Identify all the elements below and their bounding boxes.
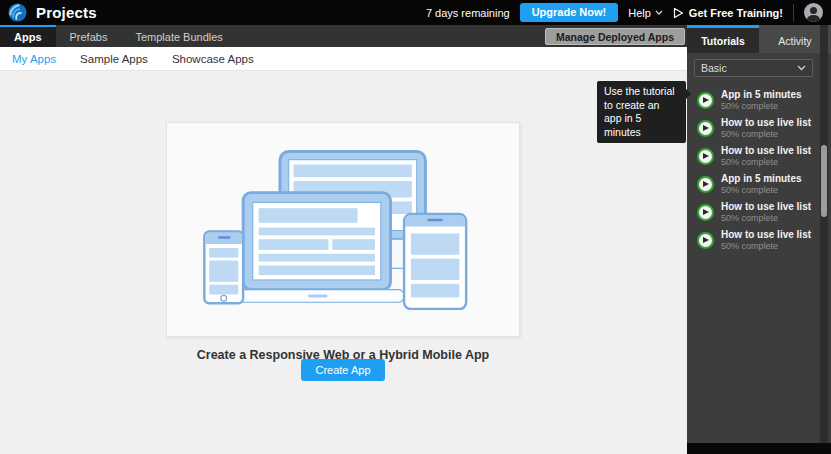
- tutorial-progress: 50% complete: [721, 185, 802, 196]
- tutorial-title: How to use live list: [721, 117, 811, 129]
- phone-illustration: [204, 231, 243, 303]
- tutorial-item[interactable]: How to use live list 50% complete: [687, 114, 831, 142]
- play-outline-icon: [673, 7, 684, 19]
- tutorial-level-select[interactable]: Basic: [694, 59, 813, 77]
- tablet-illustration: [404, 214, 466, 309]
- play-triangle: [703, 153, 709, 159]
- secondary-tabbar: My Apps Sample Apps Showcase Apps: [0, 47, 687, 71]
- play-circle-icon[interactable]: [697, 120, 714, 137]
- tutorial-title: App in 5 minutes: [721, 89, 802, 101]
- laptop-illustration: [230, 192, 405, 302]
- trial-remaining-text: 7 days remaining: [426, 7, 510, 19]
- upgrade-now-button[interactable]: Upgrade Now!: [520, 3, 619, 22]
- play-circle-icon[interactable]: [697, 148, 714, 165]
- tutorial-tooltip: Use the tutorial to create an app in 5 m…: [597, 81, 686, 143]
- tab-apps[interactable]: Apps: [0, 25, 56, 47]
- panel-scrollbar-thumb[interactable]: [821, 145, 827, 217]
- tutorial-item[interactable]: App in 5 minutes 50% complete: [687, 86, 831, 114]
- main-content: Create a Responsive Web or a Hybrid Mobi…: [0, 71, 687, 454]
- app-window: Projects 7 days remaining Upgrade Now! H…: [0, 0, 831, 454]
- tutorial-title: How to use live list: [721, 201, 811, 213]
- play-triangle: [703, 209, 709, 215]
- play-circle-icon[interactable]: [697, 176, 714, 193]
- tutorial-progress: 50% complete: [721, 213, 811, 224]
- wavemaker-logo-icon[interactable]: [8, 3, 27, 22]
- tutorial-list: App in 5 minutes 50% complete How to use…: [687, 82, 831, 258]
- play-triangle: [703, 181, 709, 187]
- tutorial-progress: 50% complete: [721, 101, 802, 112]
- tutorials-panel: Tutorials Activity Basic App in 5 minute…: [687, 25, 831, 454]
- avatar-body: [807, 15, 820, 23]
- user-avatar-icon[interactable]: [804, 3, 823, 22]
- selected-level: Basic: [701, 62, 797, 74]
- create-app-button[interactable]: Create App: [301, 359, 384, 381]
- page-title: Projects: [36, 4, 97, 21]
- subtab-my-apps[interactable]: My Apps: [12, 53, 56, 65]
- tutorial-progress: 50% complete: [721, 129, 811, 140]
- tab-prefabs[interactable]: Prefabs: [56, 25, 122, 47]
- play-circle-icon[interactable]: [697, 232, 714, 249]
- tutorial-title: How to use live list: [721, 229, 811, 241]
- devices-illustration: [202, 150, 484, 310]
- get-free-training-link[interactable]: Get Free Training!: [673, 7, 783, 19]
- tutorial-title: How to use live list: [721, 145, 811, 157]
- play-triangle: [703, 237, 709, 243]
- empty-state-card: [166, 122, 520, 337]
- topbar-divider: [793, 4, 794, 22]
- tutorial-item[interactable]: How to use live list 50% complete: [687, 142, 831, 170]
- chevron-down-icon: [797, 65, 806, 71]
- avatar-head: [810, 7, 817, 14]
- training-label: Get Free Training!: [689, 7, 783, 19]
- tooltip-text: Use the tutorial to create an app in 5 m…: [604, 85, 675, 138]
- manage-deployed-apps-button[interactable]: Manage Deployed Apps: [545, 28, 685, 45]
- tab-tutorials[interactable]: Tutorials: [687, 25, 759, 53]
- subtab-showcase-apps[interactable]: Showcase Apps: [172, 53, 254, 65]
- play-circle-icon[interactable]: [697, 204, 714, 221]
- tutorial-progress: 50% complete: [721, 241, 811, 252]
- panel-bottom-strip: [687, 443, 831, 454]
- help-label: Help: [628, 7, 651, 19]
- panel-tabbar: Tutorials Activity: [687, 25, 831, 53]
- play-triangle: [703, 97, 709, 103]
- tooltip-arrow: [686, 89, 691, 99]
- tutorial-item[interactable]: How to use live list 50% complete: [687, 198, 831, 226]
- tutorial-item[interactable]: How to use live list 50% complete: [687, 226, 831, 254]
- panel-scrollbar-track: [820, 25, 828, 443]
- top-header-bar: Projects 7 days remaining Upgrade Now! H…: [0, 0, 831, 25]
- tutorial-title: App in 5 minutes: [721, 173, 802, 185]
- tutorial-progress: 50% complete: [721, 157, 811, 168]
- play-triangle: [703, 125, 709, 131]
- play-circle-icon[interactable]: [697, 92, 714, 109]
- topbar-actions: 7 days remaining Upgrade Now! Help Get F…: [426, 3, 823, 22]
- tab-template-bundles[interactable]: Template Bundles: [121, 25, 236, 47]
- primary-tabbar: Apps Prefabs Template Bundles Manage Dep…: [0, 25, 687, 47]
- tutorial-item[interactable]: App in 5 minutes 50% complete: [687, 170, 831, 198]
- help-menu[interactable]: Help: [628, 7, 663, 19]
- chevron-down-icon: [655, 10, 663, 15]
- subtab-sample-apps[interactable]: Sample Apps: [80, 53, 148, 65]
